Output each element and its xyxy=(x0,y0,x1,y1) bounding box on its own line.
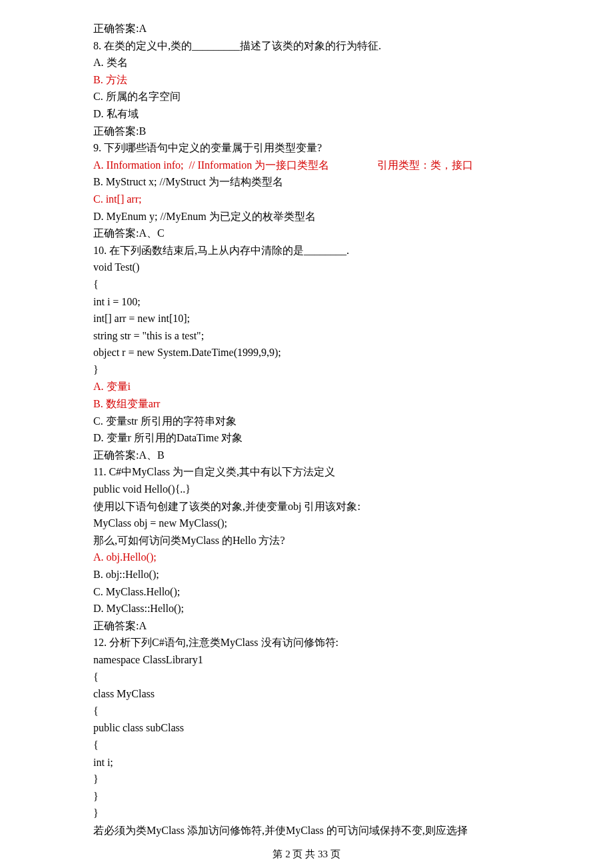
text-line: D. MyClass::Hello(); xyxy=(93,600,520,617)
text-line: } xyxy=(93,788,520,805)
text-line: C. MyClass.Hello(); xyxy=(93,583,520,601)
text-line: C. int[] arr; xyxy=(93,191,520,208)
document-content: 正确答案:A8. 在类的定义中,类的_________描述了该类的对象的行为特征… xyxy=(93,20,520,839)
text-line: A. 类名 xyxy=(93,54,520,71)
text-line: 正确答案:B xyxy=(93,123,520,140)
text-line: int i; xyxy=(93,754,520,771)
text-line: } xyxy=(93,361,520,379)
text-line: namespace ClassLibrary1 xyxy=(93,651,520,669)
text-line: B. 方法 xyxy=(93,71,520,89)
text-line: B. obj::Hello(); xyxy=(93,566,520,583)
text-line: B. MyStruct x; //MyStruct 为一结构类型名 xyxy=(93,173,520,191)
text-line: { xyxy=(93,669,520,686)
text-line: 11. C#中MyClass 为一自定义类,其中有以下方法定义 xyxy=(93,463,520,481)
text-line: 那么,可如何访问类MyClass 的Hello 方法? xyxy=(93,532,520,549)
text-line: A. IInformation info; // IInformation 为一… xyxy=(93,157,520,174)
text-line: 8. 在类的定义中,类的_________描述了该类的对象的行为特征. xyxy=(93,37,520,55)
text-line: { xyxy=(93,703,520,720)
text-line: A. obj.Hello(); xyxy=(93,549,520,566)
text-line: C. 变量str 所引用的字符串对象 xyxy=(93,413,520,430)
text-line: public void Hello(){..} xyxy=(93,481,520,498)
text-line: 若必须为类MyClass 添加访问修饰符,并使MyClass 的可访问域保持不变… xyxy=(93,822,520,839)
text-line: object r = new System.DateTime(1999,9,9)… xyxy=(93,344,520,361)
text-line: D. MyEnum y; //MyEnum 为已定义的枚举类型名 xyxy=(93,208,520,225)
text-line: { xyxy=(93,276,520,293)
text-line: C. 所属的名字空间 xyxy=(93,88,520,105)
text-line: 正确答案:A、B xyxy=(93,447,520,464)
text-line: B. 数组变量arr xyxy=(93,395,520,413)
text-line: public class subClass xyxy=(93,719,520,737)
text-line: MyClass obj = new MyClass(); xyxy=(93,515,520,532)
text-line: 12. 分析下列C#语句,注意类MyClass 没有访问修饰符: xyxy=(93,634,520,651)
page-footer: 第 2 页 共 33 页 xyxy=(93,846,520,862)
text-line: 9. 下列哪些语句中定义的变量属于引用类型变量? xyxy=(93,139,520,157)
text-line: { xyxy=(93,737,520,754)
text-line: int[] arr = new int[10]; xyxy=(93,310,520,327)
text-line: } xyxy=(93,771,520,788)
text-line: 正确答案:A xyxy=(93,617,520,635)
document-page: 正确答案:A8. 在类的定义中,类的_________描述了该类的对象的行为特征… xyxy=(47,0,566,868)
text-line: int i = 100; xyxy=(93,293,520,311)
text-line: } xyxy=(93,805,520,822)
text-line: class MyClass xyxy=(93,685,520,703)
text-line: D. 私有域 xyxy=(93,105,520,123)
text-line: string str = "this is a test"; xyxy=(93,327,520,345)
text-line: 使用以下语句创建了该类的对象,并使变量obj 引用该对象: xyxy=(93,498,520,515)
text-line: void Test() xyxy=(93,259,520,276)
text-line: 正确答案:A xyxy=(93,20,520,37)
text-line: 正确答案:A、C xyxy=(93,225,520,242)
text-line: D. 变量r 所引用的DataTime 对象 xyxy=(93,429,520,447)
text-line: 10. 在下列函数结束后,马上从内存中清除的是________. xyxy=(93,242,520,259)
text-line: A. 变量i xyxy=(93,378,520,395)
